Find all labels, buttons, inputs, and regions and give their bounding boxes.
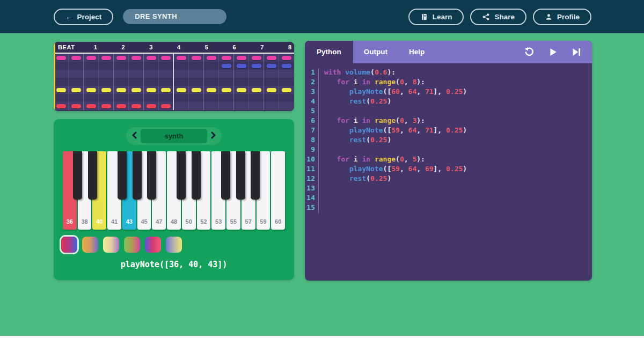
note-pill-pink[interactable] xyxy=(147,56,156,60)
piano-black-key[interactable] xyxy=(118,151,127,200)
seq-cell[interactable] xyxy=(129,62,144,70)
seq-cell[interactable] xyxy=(249,102,264,110)
note-pill-pink[interactable] xyxy=(282,56,291,60)
seq-cell[interactable] xyxy=(84,102,99,110)
seq-cell[interactable] xyxy=(279,54,294,62)
note-pill-red[interactable] xyxy=(86,104,96,108)
seq-cell[interactable] xyxy=(189,62,204,70)
code-line[interactable]: 10 for i in range(0, 5): xyxy=(305,155,592,165)
seq-cell[interactable] xyxy=(159,78,174,86)
seq-cell[interactable] xyxy=(54,78,69,86)
seq-cell[interactable] xyxy=(84,70,99,78)
code-line[interactable]: 8 rest(0.25) xyxy=(305,136,592,145)
seq-cell[interactable] xyxy=(174,62,189,70)
note-pill-blue[interactable] xyxy=(222,64,231,68)
code-line[interactable]: 7 playNote([59, 64, 71], 0.25) xyxy=(305,126,592,136)
note-pill-yellow[interactable] xyxy=(56,88,66,92)
seq-cell[interactable] xyxy=(264,62,279,70)
note-pill-pink[interactable] xyxy=(222,56,231,60)
note-pill-red[interactable] xyxy=(161,104,171,108)
seq-cell[interactable] xyxy=(144,94,159,102)
code-line[interactable]: 14 xyxy=(305,194,592,203)
seq-cell[interactable] xyxy=(159,62,174,70)
code-area[interactable]: 1with volume(0.6):2 for i in range(0, 8)… xyxy=(305,63,592,213)
seq-cell[interactable] xyxy=(54,70,69,78)
seq-cell[interactable] xyxy=(234,78,249,86)
seq-cell[interactable] xyxy=(159,94,174,102)
seq-cell[interactable] xyxy=(234,94,249,102)
note-pill-red[interactable] xyxy=(56,104,66,108)
seq-cell[interactable] xyxy=(69,86,84,94)
piano-black-key[interactable] xyxy=(251,151,260,200)
seq-cell[interactable] xyxy=(129,102,144,110)
note-pill-blue[interactable] xyxy=(237,64,246,68)
note-pill-pink[interactable] xyxy=(56,56,66,60)
seq-cell[interactable] xyxy=(204,102,219,110)
seq-cell[interactable] xyxy=(159,54,174,62)
seq-cell[interactable] xyxy=(114,102,129,110)
seq-cell[interactable] xyxy=(219,54,234,62)
note-pill-yellow[interactable] xyxy=(161,88,171,92)
note-pill-pink[interactable] xyxy=(71,56,81,60)
note-pill-pink[interactable] xyxy=(116,56,126,60)
note-pill-red[interactable] xyxy=(71,104,81,108)
piano-black-key[interactable] xyxy=(88,151,97,200)
note-pill-red[interactable] xyxy=(116,104,126,108)
seq-cell[interactable] xyxy=(204,62,219,70)
seq-cell[interactable] xyxy=(189,78,204,86)
seq-cell[interactable] xyxy=(189,54,204,62)
code-line[interactable]: 15 xyxy=(305,203,592,213)
seq-cell[interactable] xyxy=(204,94,219,102)
seq-cell[interactable] xyxy=(69,70,84,78)
seq-cell[interactable] xyxy=(204,70,219,78)
seq-cell[interactable] xyxy=(84,54,99,62)
seq-cell[interactable] xyxy=(84,62,99,70)
seq-cell[interactable] xyxy=(129,94,144,102)
seq-cell[interactable] xyxy=(144,78,159,86)
undo-button[interactable] xyxy=(523,46,535,58)
note-pill-pink[interactable] xyxy=(237,56,246,60)
seq-cell[interactable] xyxy=(114,94,129,102)
sound-swatch-red-purple-blue[interactable] xyxy=(61,237,77,253)
note-pill-yellow[interactable] xyxy=(207,88,216,92)
seq-cell[interactable] xyxy=(189,102,204,110)
seq-cell[interactable] xyxy=(249,86,264,94)
run-to-end-button[interactable] xyxy=(570,46,582,58)
seq-cell[interactable] xyxy=(129,86,144,94)
piano-black-key[interactable] xyxy=(192,151,201,200)
code-line[interactable]: 3 playNote([60, 64, 71], 0.25) xyxy=(305,87,592,97)
seq-cell[interactable] xyxy=(84,86,99,94)
sound-swatch-green-magenta[interactable] xyxy=(124,237,140,253)
seq-cell[interactable] xyxy=(219,70,234,78)
sound-swatch-indigo-red-pink[interactable] xyxy=(145,237,161,253)
profile-button[interactable]: Profile xyxy=(533,9,591,25)
seq-cell[interactable] xyxy=(264,86,279,94)
seq-cell[interactable] xyxy=(114,70,129,78)
back-project-button[interactable]: ← Project xyxy=(54,9,113,25)
seq-cell[interactable] xyxy=(84,78,99,86)
note-pill-red[interactable] xyxy=(131,104,141,108)
seq-cell[interactable] xyxy=(159,86,174,94)
seq-cell[interactable] xyxy=(114,62,129,70)
note-pill-yellow[interactable] xyxy=(282,88,291,92)
seq-cell[interactable] xyxy=(279,102,294,110)
note-pill-yellow[interactable] xyxy=(222,88,231,92)
piano-black-key[interactable] xyxy=(147,151,156,200)
seq-cell[interactable] xyxy=(99,94,114,102)
code-line[interactable]: 1with volume(0.6): xyxy=(305,68,592,78)
note-pill-yellow[interactable] xyxy=(101,88,111,92)
code-line[interactable]: 13 xyxy=(305,184,592,194)
next-instrument-button[interactable] xyxy=(206,127,222,145)
note-pill-pink[interactable] xyxy=(86,56,96,60)
seq-cell[interactable] xyxy=(204,86,219,94)
prev-instrument-button[interactable] xyxy=(126,127,142,145)
seq-cell[interactable] xyxy=(264,70,279,78)
seq-cell[interactable] xyxy=(99,78,114,86)
seq-cell[interactable] xyxy=(204,54,219,62)
note-pill-yellow[interactable] xyxy=(131,88,141,92)
tab-python[interactable]: Python xyxy=(305,41,353,63)
seq-cell[interactable] xyxy=(114,86,129,94)
code-line[interactable]: 6 for i in range(0, 3): xyxy=(305,116,592,126)
seq-cell[interactable] xyxy=(219,86,234,94)
seq-cell[interactable] xyxy=(279,70,294,78)
